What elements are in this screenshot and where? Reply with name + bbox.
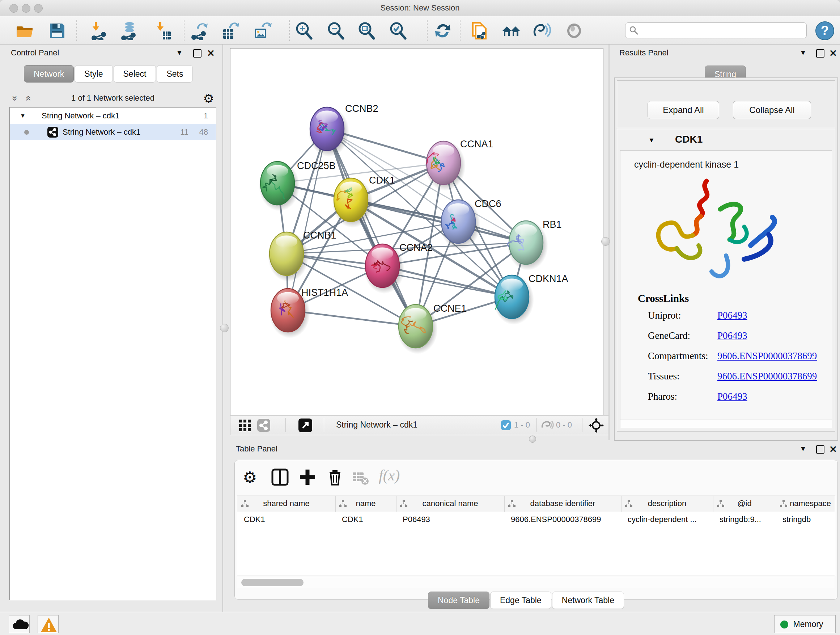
column-header-shared-name[interactable]: shared name (237, 496, 336, 512)
crosslink-link[interactable]: P06493 (717, 310, 747, 321)
control-panel-close-icon[interactable]: ✕ (207, 48, 215, 59)
table-cell[interactable]: CDK1 (237, 515, 335, 524)
results-scrollbar[interactable] (620, 420, 832, 428)
network-node-CDC6[interactable]: CDC6 (440, 198, 501, 249)
tab-network-table[interactable]: Network Table (552, 592, 624, 609)
hidden-eye-icon[interactable] (541, 420, 554, 432)
table-cell[interactable]: stringdb (776, 515, 835, 524)
tab-select[interactable]: Select (114, 65, 156, 82)
tab-network[interactable]: Network (24, 65, 74, 82)
export-image-icon[interactable] (253, 21, 272, 40)
function-builder-icon[interactable]: f(x) (379, 467, 399, 487)
network-node-CCNB1[interactable]: CCNB1 (268, 230, 336, 282)
help-icon[interactable]: ? (815, 21, 834, 40)
show-panel-icon[interactable] (565, 21, 584, 40)
table-panel-collapse-icon[interactable]: ▼ (799, 445, 807, 453)
search-input[interactable] (641, 24, 802, 36)
collection-expander-icon[interactable]: ▼ (20, 108, 26, 124)
table-cell[interactable]: 9606.ENSP00000378699 (504, 515, 621, 524)
tab-style[interactable]: Style (74, 65, 112, 82)
table-cell[interactable]: cyclin-dependent ... (621, 515, 712, 524)
gene-expander-icon[interactable]: ▼ (648, 136, 655, 144)
save-session-icon[interactable] (48, 21, 66, 40)
column-header-namespace[interactable]: namespace (776, 496, 835, 512)
control-panel-collapse-icon[interactable]: ▼ (176, 49, 183, 57)
results-panel-float-icon[interactable] (816, 49, 824, 59)
export-network-icon[interactable] (189, 21, 208, 40)
network-node-HIST1H1A[interactable]: HIST1H1A (270, 287, 348, 338)
column-header--id[interactable]: @id (713, 496, 776, 512)
results-panel-collapse-icon[interactable]: ▼ (799, 49, 807, 57)
network-share-icon[interactable] (257, 419, 270, 433)
table-cell[interactable]: CDK1 (335, 515, 395, 524)
network-row[interactable]: String Network – cdk1 11 48 (10, 124, 216, 140)
network-node-CCNB2[interactable]: CCNB2 (309, 103, 378, 157)
pan-crosshair-icon[interactable] (589, 418, 604, 434)
network-options-gear-icon[interactable]: ⚙ (203, 91, 214, 106)
table-panel-title: Table Panel (236, 444, 278, 454)
clone-network-icon[interactable] (470, 21, 489, 40)
control-panel-float-icon[interactable] (193, 49, 202, 59)
delete-column-icon[interactable] (326, 468, 346, 488)
detach-view-icon[interactable] (298, 418, 312, 434)
column-header-description[interactable]: description (621, 496, 714, 512)
table-settings-gear-icon[interactable]: ⚙ (243, 468, 263, 488)
right-splitter-handle[interactable] (601, 237, 610, 246)
network-node-CCNE1[interactable]: CCNE1 (397, 303, 467, 354)
column-header-canonical-name[interactable]: canonical name (396, 496, 505, 512)
selected-checkbox-icon[interactable] (501, 420, 511, 432)
import-table-icon[interactable] (153, 21, 172, 40)
export-table-icon[interactable] (221, 21, 240, 40)
home-panels-icon[interactable] (502, 21, 521, 40)
open-session-icon[interactable] (16, 21, 35, 40)
network-canvas[interactable]: CCNB2CCNA1CDC25BCDK1CDC6RB1CCNB1CCNA2CDK… (230, 48, 603, 416)
title-bar: Session: New Session (0, 0, 840, 16)
tab-edge-table[interactable]: Edge Table (490, 592, 551, 609)
table-cell[interactable]: stringdb:9... (713, 515, 775, 524)
add-column-icon[interactable] (298, 468, 319, 488)
search-field[interactable] (625, 22, 807, 38)
column-selector-icon[interactable] (271, 468, 291, 488)
crosslink-link[interactable]: 9606.ENSP00000378699 (717, 350, 817, 362)
column-header-database-identifier[interactable]: database identifier (504, 496, 622, 512)
node-label: CCNA2 (399, 242, 433, 253)
table-hscrollbar[interactable] (237, 577, 835, 588)
crosslink-link[interactable]: 9606.ENSP00000378699 (717, 371, 817, 382)
column-header-name[interactable]: name (335, 496, 396, 512)
table-panel-close-icon[interactable]: ✕ (829, 444, 837, 455)
zoom-out-icon[interactable] (326, 21, 345, 40)
collapse-all-button[interactable]: Collapse All (733, 101, 811, 119)
refresh-icon[interactable] (433, 21, 452, 40)
table-cell[interactable]: P06493 (396, 515, 504, 524)
network-collection-row[interactable]: ▼ String Network – cdk1 1 (10, 108, 216, 124)
cloud-button[interactable] (9, 615, 30, 633)
table-panel-float-icon[interactable] (816, 445, 824, 455)
hide-panels-icon[interactable] (532, 21, 551, 40)
results-panel-close-icon[interactable]: ✕ (829, 48, 837, 59)
import-network-from-database-icon[interactable] (119, 21, 138, 40)
horizontal-splitter-handle[interactable] (529, 435, 536, 443)
zoom-selected-icon[interactable] (388, 21, 407, 40)
tab-node-table[interactable]: Node Table (428, 592, 489, 609)
network-edge-CCNB2-HIST1H1A[interactable] (288, 129, 327, 310)
left-splitter-handle[interactable] (220, 324, 229, 333)
table-hscrollbar-thumb[interactable] (241, 579, 303, 586)
warning-button[interactable] (38, 615, 58, 633)
crosslink-label: Pharos: (648, 391, 677, 402)
window-title: Session: New Session (0, 3, 840, 13)
zoom-in-icon[interactable] (294, 21, 313, 40)
tab-sets[interactable]: Sets (156, 65, 193, 82)
delete-table-icon[interactable] (353, 471, 373, 491)
network-node-RB1[interactable]: RB1 (508, 219, 562, 271)
expand-all-button[interactable]: Expand All (647, 101, 719, 119)
network-node-CDC25B[interactable]: CDC25B (259, 160, 336, 211)
crosslink-link[interactable]: P06493 (717, 391, 747, 402)
crosslink-link[interactable]: P06493 (717, 330, 747, 341)
network-node-CCNA1[interactable]: CCNA1 (425, 139, 493, 191)
memory-button[interactable]: Memory (774, 615, 836, 633)
birdseye-grid-icon[interactable] (239, 420, 251, 432)
network-node-CDKN1A[interactable]: CDKN1A (493, 273, 568, 325)
import-network-icon[interactable] (89, 21, 108, 40)
gene-card-header[interactable]: ▼ CDK1 (617, 129, 835, 150)
zoom-fit-icon[interactable] (357, 21, 376, 40)
